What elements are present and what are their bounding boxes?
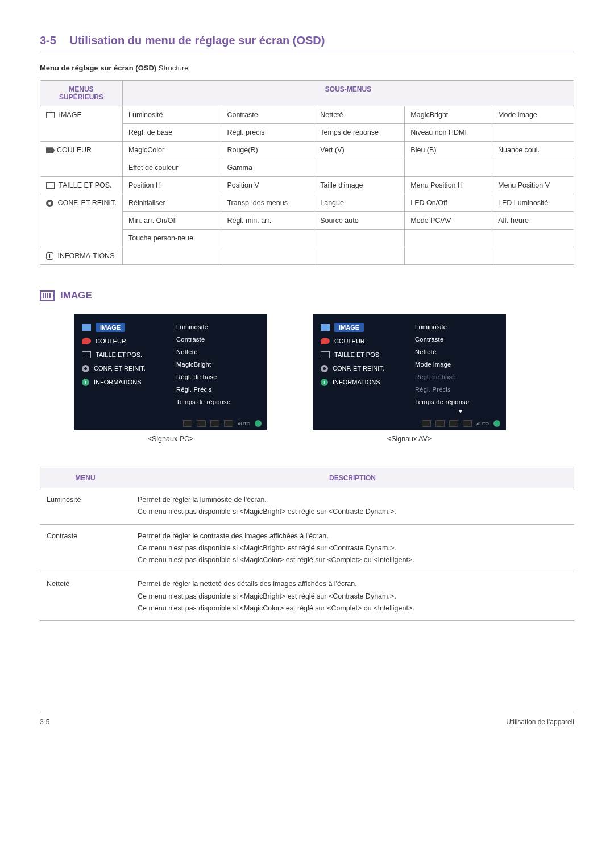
- power-icon: [255, 420, 262, 427]
- info-icon: i: [321, 379, 328, 386]
- size-icon: [46, 182, 55, 189]
- info-icon: i: [82, 379, 89, 386]
- osd-footer: AUTO: [422, 420, 500, 427]
- osd-structure-table: MENUS SUPÉRIEURS SOUS-MENUS IMAGE Lumino…: [40, 80, 574, 265]
- section-number: 3-5: [40, 34, 56, 47]
- monitor-icon: [46, 112, 55, 118]
- gear-icon: [321, 365, 328, 372]
- table-row: Netteté Permet de régler la netteté des …: [40, 572, 574, 621]
- palette-icon: [82, 338, 91, 344]
- monitor-icon: [40, 290, 55, 301]
- nav-icon: [197, 420, 206, 427]
- table-row: CONF. ET REINIT. Réinitialiser Transp. d…: [40, 194, 574, 212]
- page-footer: 3-5 Utilisation de l'appareil: [40, 712, 574, 726]
- palette-icon: [321, 338, 330, 344]
- structure-subheading: Menu de réglage sur écran (OSD) Structur…: [40, 64, 574, 72]
- struct-th-sub: SOUS-MENUS: [123, 81, 574, 106]
- table-row: Contraste Permet de régler le contraste …: [40, 524, 574, 572]
- menu-image-cell: IMAGE: [40, 106, 123, 142]
- osd-pc-sublist: Luminosité Contraste Netteté MagicBright…: [171, 321, 267, 408]
- menu-info-cell: i INFORMA-TIONS: [40, 247, 123, 265]
- osd-av-wrap: IMAGE COULEUR TAILLE ET POS. CONF. ET RE…: [313, 314, 506, 443]
- subheading-rest: Structure: [156, 64, 188, 72]
- caption-pc: <Signaux PC>: [74, 435, 267, 443]
- page: 3-5 Utilisation du menu de réglage sur é…: [0, 0, 614, 749]
- osd-footer: AUTO: [183, 420, 262, 427]
- footer-right: Utilisation de l'appareil: [506, 718, 574, 726]
- nav-icon: [224, 420, 233, 427]
- gear-icon: [82, 365, 89, 372]
- desc-th-menu: MENU: [40, 468, 131, 488]
- table-row: IMAGE Luminosité Contraste Netteté Magic…: [40, 106, 574, 124]
- osd-screenshots: IMAGE COULEUR TAILLE ET POS. CONF. ET RE…: [74, 314, 551, 443]
- section-heading: Utilisation du menu de réglage sur écran…: [69, 34, 325, 47]
- description-table: MENU DESCRIPTION Luminosité Permet de ré…: [40, 468, 574, 621]
- monitor-icon: [321, 324, 330, 331]
- size-icon: [321, 351, 330, 358]
- menu-size-cell: TAILLE ET POS.: [40, 177, 123, 194]
- table-row: Luminosité Permet de régler la luminosit…: [40, 488, 574, 525]
- section-title: 3-5 Utilisation du menu de réglage sur é…: [40, 34, 574, 51]
- menu-color-cell: COULEUR: [40, 142, 123, 177]
- table-row: TAILLE ET POS. Position H Position V Tai…: [40, 177, 574, 194]
- struct-th-top: MENUS SUPÉRIEURS: [40, 81, 123, 106]
- nav-icon: [210, 420, 219, 427]
- desc-th-description: DESCRIPTION: [131, 468, 574, 488]
- size-icon: [82, 351, 91, 358]
- footer-left: 3-5: [40, 718, 49, 726]
- osd-av-sublist: Luminosité Contraste Netteté Mode image …: [409, 321, 506, 414]
- gear-icon: [46, 200, 53, 207]
- osd-pc: IMAGE COULEUR TAILLE ET POS. CONF. ET RE…: [74, 314, 267, 430]
- palette-icon: [46, 147, 55, 153]
- nav-icon: [463, 420, 472, 427]
- osd-av: IMAGE COULEUR TAILLE ET POS. CONF. ET RE…: [313, 314, 506, 430]
- power-icon: [493, 420, 500, 427]
- monitor-icon: [82, 324, 91, 331]
- nav-icon: [183, 420, 192, 427]
- nav-icon: [422, 420, 431, 427]
- table-row: i INFORMA-TIONS: [40, 247, 574, 265]
- subheading-bold: Menu de réglage sur écran (OSD): [40, 64, 156, 72]
- menu-conf-cell: CONF. ET REINIT.: [40, 194, 123, 247]
- nav-icon: [435, 420, 445, 427]
- osd-pc-wrap: IMAGE COULEUR TAILLE ET POS. CONF. ET RE…: [74, 314, 267, 443]
- table-row: COULEUR MagicColor Rouge(R) Vert (V) Ble…: [40, 142, 574, 159]
- caption-av: <Signaux AV>: [313, 435, 506, 443]
- info-icon: i: [46, 252, 53, 260]
- chevron-down-icon: ▼: [415, 408, 506, 414]
- nav-icon: [449, 420, 458, 427]
- image-section-heading: IMAGE: [40, 290, 574, 301]
